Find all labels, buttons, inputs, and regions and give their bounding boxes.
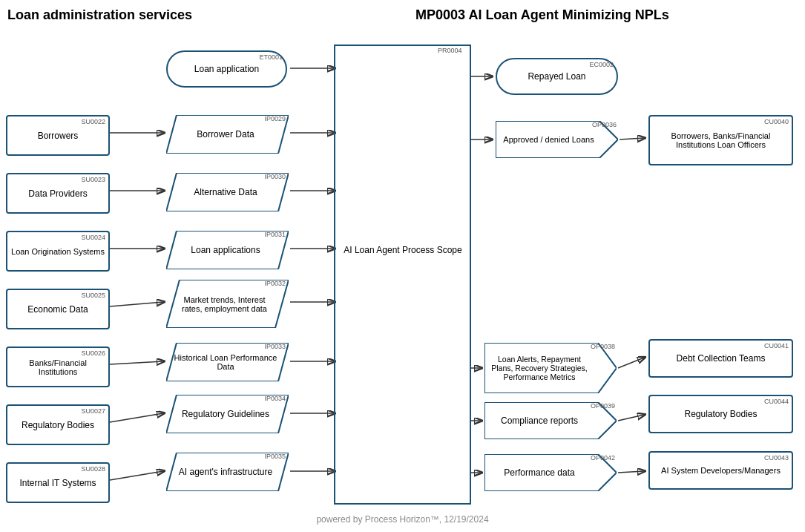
- entity-rbo-code: CU0044: [764, 398, 789, 405]
- entity-bo-code: CU0040: [764, 118, 789, 125]
- entity-ed-code: SU0025: [81, 292, 105, 299]
- output-approvedLoans: OP0036 Approved / denied Loans: [496, 121, 618, 158]
- entity-dataProviders: SU0023 Data Providers: [6, 173, 110, 214]
- page-title-left: Loan administration services: [7, 7, 192, 23]
- output-al-code: OP0036: [592, 121, 617, 128]
- input-aiInfra: IP0035 AI agent's infrastructure: [166, 453, 289, 491]
- entity-banks: SU0026 Banks/Financial Institutions: [6, 347, 110, 387]
- entity-lo-code: SU0024: [81, 234, 105, 241]
- big-process-label: AI Loan Agent Process Scope: [336, 245, 470, 255]
- input-historicalLoan: IP0033 Historical Loan Performance Data: [166, 343, 289, 381]
- input-hl-code: IP0033: [264, 343, 286, 350]
- input-la-code: ET0001: [259, 53, 283, 61]
- output-pd-code: OP0042: [591, 454, 615, 462]
- input-loanApp: ET0001 Loan application: [166, 50, 287, 88]
- output-rl-code: EC0002: [589, 61, 614, 68]
- entity-borrowers-code: SU0022: [81, 118, 105, 125]
- output-loanAlerts: OP0038 Loan Alerts, Repayment Plans, Rec…: [484, 343, 617, 393]
- output-repaidLoan: EC0002 Repayed Loan: [496, 58, 618, 95]
- entity-regulatoryBodies: SU0027 Regulatory Bodies: [6, 404, 110, 445]
- svg-line-23: [618, 471, 644, 473]
- svg-line-4: [110, 361, 163, 364]
- output-complianceReports: OP0039 Compliance reports: [484, 402, 617, 439]
- entity-internalIT: SU0028 Internal IT Systems: [6, 462, 110, 503]
- entity-loanOrigination: SU0024 Loan Origination Systems: [6, 231, 110, 272]
- svg-line-3: [110, 302, 163, 306]
- output-cr-code: OP0039: [591, 402, 615, 410]
- page-title-right: MP0003 AI Loan Agent Minimizing NPLs: [415, 7, 669, 23]
- entity-regulatoryBodiesOut: CU0044 Regulatory Bodies: [648, 395, 793, 433]
- input-ad-code: IP0030: [264, 173, 286, 180]
- input-marketTrends: IP0032 Market trends, Interest rates, em…: [166, 280, 289, 328]
- output-la2-code: OP0038: [591, 343, 615, 350]
- entity-banks-code: SU0026: [81, 349, 105, 357]
- input-rg-code: IP0034: [264, 395, 286, 402]
- input-bd-code: IP0029: [264, 115, 286, 122]
- input-loanApps: IP0031 Loan applications: [166, 231, 289, 269]
- entity-dp-code: SU0023: [81, 176, 105, 183]
- input-mt-code: IP0032: [264, 280, 286, 287]
- svg-line-6: [110, 471, 163, 480]
- entity-it-code: SU0028: [81, 465, 105, 473]
- input-ai-code: IP0035: [264, 453, 286, 460]
- input-laps-code: IP0031: [264, 231, 286, 238]
- entity-economicData: SU0025 Economic Data: [6, 289, 110, 329]
- svg-line-20: [620, 138, 644, 139]
- big-process-code: PR0004: [438, 47, 462, 54]
- svg-line-5: [110, 413, 163, 422]
- output-performanceData: OP0042 Performance data: [484, 454, 617, 491]
- input-regulatoryGuidelines: IP0034 Regulatory Guidelines: [166, 395, 289, 433]
- big-process-box: [334, 45, 471, 505]
- input-altData: IP0030 Alternative Data: [166, 173, 289, 211]
- input-borrowerData: IP0029 Borrower Data: [166, 115, 289, 154]
- entity-debtCollection: CU0041 Debt Collection Teams: [648, 339, 793, 378]
- entity-dc-code: CU0041: [764, 342, 789, 349]
- entity-borrowers: SU0022 Borrowers: [6, 115, 110, 156]
- entity-aiDevelopers: CU0043 AI System Developers/Managers: [648, 451, 793, 490]
- footer: powered by Process Horizon™, 12/19/2024: [316, 514, 488, 525]
- entity-aid-code: CU0043: [764, 454, 789, 462]
- entity-rb-code: SU0027: [81, 407, 105, 415]
- entity-borrowersOut: CU0040 Borrowers, Banks/Financial Instit…: [648, 115, 793, 165]
- svg-line-22: [618, 415, 644, 421]
- svg-line-21: [618, 358, 644, 368]
